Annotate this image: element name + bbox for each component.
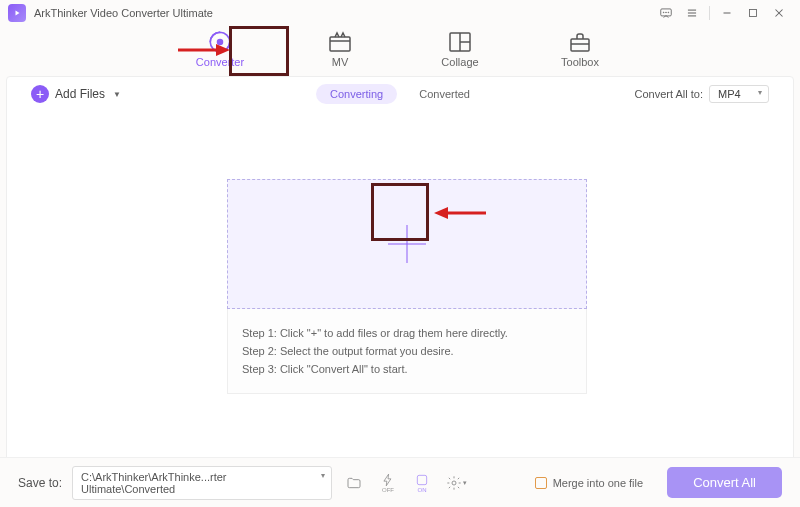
checkbox-icon	[535, 477, 547, 489]
toolbox-icon	[566, 30, 594, 54]
format-value: MP4	[718, 88, 741, 100]
top-navigation: Converter MV Collage Toolbox	[0, 26, 800, 76]
svg-point-2	[663, 12, 664, 13]
svg-rect-23	[417, 475, 426, 484]
convert-all-to-label: Convert All to:	[635, 88, 703, 100]
feedback-icon[interactable]	[653, 2, 679, 24]
step-2: Step 2: Select the output format you des…	[242, 345, 572, 357]
divider	[709, 6, 710, 20]
instructions: Step 1: Click "+" to add files or drag t…	[227, 309, 587, 394]
chevron-down-icon: ▼	[113, 90, 121, 99]
app-title: ArkThinker Video Converter Ultimate	[34, 7, 213, 19]
tab-converter[interactable]: Converter	[185, 30, 255, 68]
toolbar: + Add Files ▼ Converting Converted Conve…	[13, 77, 787, 111]
convert-all-button[interactable]: Convert All	[667, 467, 782, 498]
save-path-value: C:\ArkThinker\ArkThinke...rter Ultimate\…	[81, 471, 226, 495]
tab-label: Converter	[196, 56, 244, 68]
tab-collage[interactable]: Collage	[425, 30, 495, 68]
main-area: Step 1: Click "+" to add files or drag t…	[7, 111, 793, 461]
add-files-button[interactable]: + Add Files ▼	[31, 85, 121, 103]
step-3: Step 3: Click "Convert All" to start.	[242, 363, 572, 375]
title-bar: ArkThinker Video Converter Ultimate	[0, 0, 800, 26]
drop-target[interactable]	[227, 179, 587, 309]
app-logo	[8, 4, 26, 22]
save-path-select[interactable]: C:\ArkThinker\ArkThinke...rter Ultimate\…	[72, 466, 332, 500]
svg-marker-0	[16, 11, 20, 16]
output-format-select[interactable]: MP4	[709, 85, 769, 103]
mv-icon	[326, 30, 354, 54]
tab-mv[interactable]: MV	[305, 30, 375, 68]
hardware-accel-icon[interactable]: OFF	[376, 472, 400, 494]
merge-checkbox[interactable]: Merge into one file	[535, 477, 644, 489]
svg-point-24	[452, 481, 456, 485]
svg-rect-20	[571, 39, 589, 51]
converter-icon	[206, 30, 234, 54]
chevron-down-icon: ▾	[463, 479, 467, 487]
collage-icon	[446, 30, 474, 54]
settings-icon[interactable]: ▾	[444, 472, 468, 494]
tab-converting[interactable]: Converting	[316, 84, 397, 104]
step-1: Step 1: Click "+" to add files or drag t…	[242, 327, 572, 339]
save-to-label: Save to:	[18, 476, 62, 490]
dropzone: Step 1: Click "+" to add files or drag t…	[227, 179, 587, 415]
close-button[interactable]	[766, 2, 792, 24]
on-label: ON	[418, 487, 427, 493]
open-folder-icon[interactable]	[342, 472, 366, 494]
svg-rect-16	[330, 37, 350, 51]
high-speed-icon[interactable]: ON	[410, 472, 434, 494]
svg-point-13	[217, 39, 224, 46]
menu-icon[interactable]	[679, 2, 705, 24]
maximize-button[interactable]	[740, 2, 766, 24]
svg-point-4	[668, 12, 669, 13]
bottom-bar: Save to: C:\ArkThinker\ArkThinke...rter …	[0, 457, 800, 507]
minimize-button[interactable]	[714, 2, 740, 24]
add-file-plus-button[interactable]	[379, 216, 435, 272]
tab-label: MV	[332, 56, 349, 68]
merge-label: Merge into one file	[553, 477, 644, 489]
svg-point-3	[666, 12, 667, 13]
tab-toolbox[interactable]: Toolbox	[545, 30, 615, 68]
plus-icon: +	[31, 85, 49, 103]
off-label: OFF	[382, 487, 394, 493]
tab-label: Toolbox	[561, 56, 599, 68]
svg-rect-9	[750, 10, 757, 17]
tab-label: Collage	[441, 56, 478, 68]
add-files-label: Add Files	[55, 87, 105, 101]
tab-converted[interactable]: Converted	[405, 84, 484, 104]
